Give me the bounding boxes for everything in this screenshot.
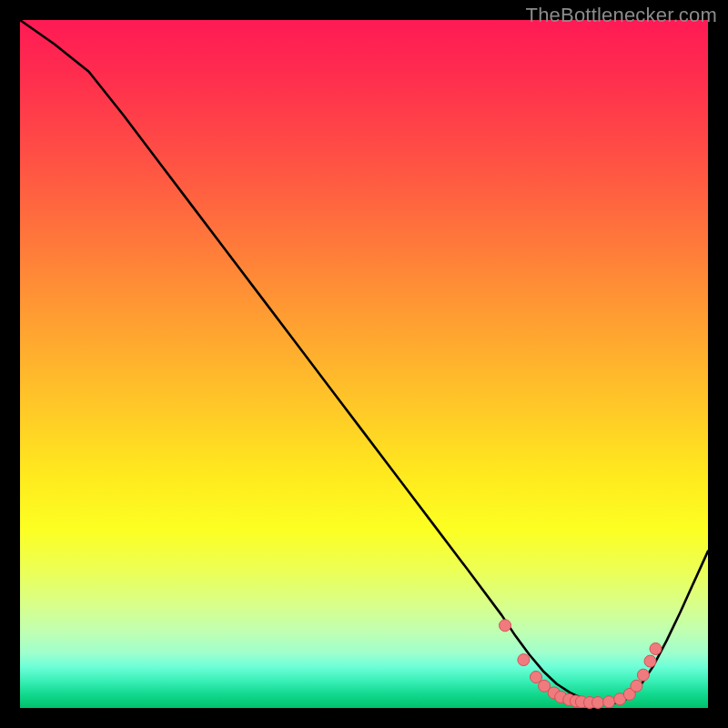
data-point — [500, 620, 511, 632]
chart-frame: TheBottlenecker.com — [0, 0, 728, 728]
data-point — [650, 643, 662, 655]
chart-overlay — [20, 20, 708, 708]
watermark-text: TheBottlenecker.com — [526, 4, 717, 27]
data-point — [592, 697, 604, 709]
bottleneck-curve — [20, 20, 708, 704]
data-point — [518, 654, 530, 666]
data-point — [644, 655, 656, 667]
data-point — [637, 669, 649, 681]
data-point — [603, 696, 615, 708]
data-point — [631, 680, 642, 692]
data-point-cluster — [500, 620, 662, 709]
